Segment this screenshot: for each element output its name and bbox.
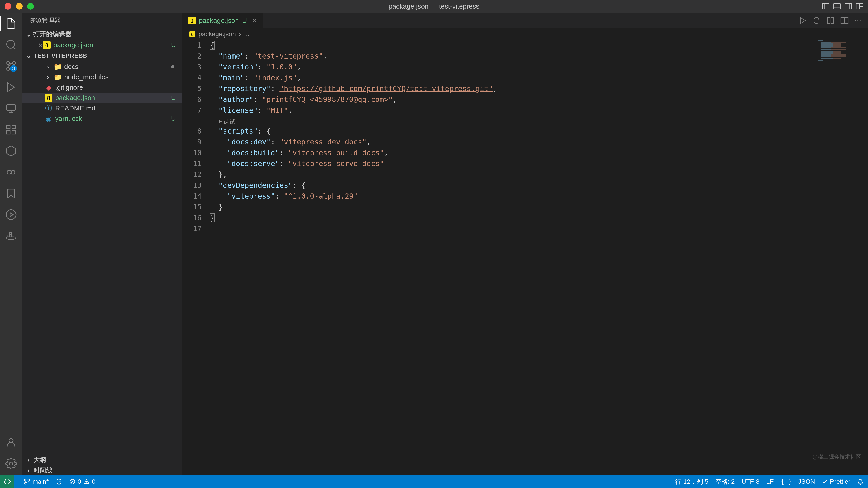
svg-rect-18 [7,125,10,129]
svg-rect-29 [12,235,14,237]
bookmark-icon [5,188,17,199]
activity-search[interactable] [4,37,18,52]
explorer-actions[interactable]: ⋯ [169,17,176,24]
svg-point-44 [86,483,87,483]
status-language[interactable]: { } JSON [780,478,815,486]
tab-package-json[interactable]: {} package.json U ✕ [183,13,263,29]
customize-layout-icon[interactable] [856,2,864,10]
folder-icon: 📁 [54,63,61,70]
open-editor-item[interactable]: ✕ {} package.json U [22,40,182,50]
status-branch[interactable]: main* [24,478,49,485]
chevron-right-icon: › [25,457,32,463]
activity-extensions[interactable] [4,123,18,137]
minimize-window-button[interactable] [16,3,23,10]
search-icon [5,39,17,51]
tree-file-gitignore[interactable]: ◆ .gitignore [22,82,182,93]
status-notifications[interactable] [857,479,864,485]
timeline-section[interactable]: › 时间线 [22,465,182,475]
open-editors-section[interactable]: ⌄ 打开的编辑器 [22,29,182,40]
status-problems[interactable]: 0 0 [69,478,96,485]
activity-play[interactable] [4,207,18,222]
status-bar: main* 0 0 行 12，列 5 空格: 2 UTF-8 LF { } JS… [0,475,868,488]
title-bar: package.json — test-vitepress [0,0,868,13]
refresh-icon[interactable] [812,17,820,25]
tree-folder-node-modules[interactable]: › 📁 node_modules [22,72,182,82]
activity-bookmark[interactable] [4,186,18,201]
svg-rect-33 [828,18,830,24]
svg-rect-15 [7,105,16,110]
json-file-icon: {} [45,94,53,102]
svg-point-37 [24,479,26,481]
toggle-panel-icon[interactable] [833,2,841,10]
close-window-button[interactable] [4,3,11,10]
status-indentation[interactable]: 空格: 2 [715,477,735,486]
git-status-dot [171,65,174,68]
close-tab-icon[interactable]: ✕ [252,17,257,25]
git-status: U [171,41,176,48]
activity-box[interactable] [4,144,18,158]
json-file-icon: {} [189,31,195,37]
split-editor-icon[interactable] [840,17,848,25]
activity-debug[interactable] [4,80,18,94]
explorer-title: 资源管理器 [29,16,61,25]
svg-rect-26 [7,235,9,237]
status-encoding[interactable]: UTF-8 [742,478,760,485]
activity-explorer[interactable] [4,16,18,31]
activity-remote[interactable] [4,101,18,116]
tree-file-yarn-lock[interactable]: ◉ yarn.lock U [22,113,182,124]
tree-file-package-json[interactable]: {} package.json U [22,93,182,103]
play-circle-icon [5,209,17,221]
tree-folder-docs[interactable]: › 📁 docs [22,61,182,72]
gear-icon [5,458,17,469]
tree-file-readme[interactable]: ⓘ README.md [22,103,182,113]
debug-codelens[interactable]: 调试 [219,117,235,127]
svg-point-9 [7,40,15,48]
activity-docker[interactable] [4,229,18,243]
svg-rect-19 [12,125,16,129]
status-formatter[interactable]: Prettier [822,478,850,485]
sync-icon [56,478,62,485]
json-file-icon: {} [43,41,51,49]
svg-point-11 [13,62,16,65]
toggle-secondary-sidebar-icon[interactable] [844,2,852,10]
window-title: package.json — test-vitepress [389,2,479,10]
status-sync[interactable] [56,478,62,485]
activity-settings[interactable] [4,456,18,471]
branch-icon [24,478,30,485]
close-icon[interactable]: ✕ [33,41,40,48]
status-eol[interactable]: LF [766,478,774,485]
svg-point-22 [7,170,11,174]
more-actions-icon[interactable]: ⋯ [855,17,861,25]
svg-rect-27 [10,235,12,237]
project-section[interactable]: ⌄ TEST-VITEPRESS [22,50,182,61]
minimap[interactable] [818,40,868,62]
editor-area: {} package.json U ✕ ⋯ {} package.json › … [183,13,868,475]
remote-explorer-icon [5,103,17,114]
watermark: @稀土掘金技术社区 [812,453,861,460]
breadcrumb[interactable]: {} package.json › ... [183,29,868,40]
activity-scm[interactable]: 3 [4,59,18,73]
run-icon[interactable] [798,17,807,25]
code-content[interactable]: { "name": "test-vitepress", "version": "… [210,40,868,475]
line-numbers: 1234567891011121314151617 [183,40,210,475]
docker-icon [5,230,17,242]
outline-section[interactable]: › 大纲 [22,455,182,465]
status-cursor-position[interactable]: 行 12，列 5 [675,477,708,486]
compare-icon[interactable] [827,17,835,25]
code-editor[interactable]: 1234567891011121314151617 { "name": "tes… [183,40,868,475]
extensions-icon [5,124,17,135]
svg-rect-21 [12,131,16,134]
remote-status[interactable] [0,475,14,488]
link-icon [5,166,17,178]
explorer-sidebar: 资源管理器 ⋯ ⌄ 打开的编辑器 ✕ {} package.json U ⌄ T… [22,13,183,475]
error-icon [69,479,75,485]
svg-point-31 [10,462,13,465]
activity-account[interactable] [4,435,18,450]
check-icon [822,479,828,485]
activity-bar: 3 [0,13,22,475]
maximize-window-button[interactable] [27,3,34,10]
svg-point-30 [9,438,13,442]
toggle-primary-sidebar-icon[interactable] [822,2,830,10]
activity-link[interactable] [4,165,18,180]
warning-icon [84,479,90,485]
